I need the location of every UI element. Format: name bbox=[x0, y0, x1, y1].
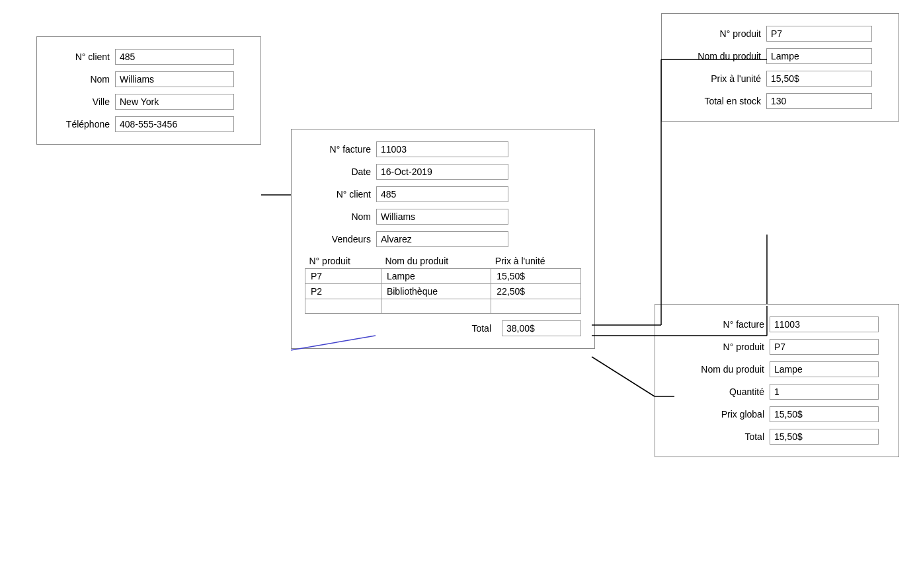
detail-nom-value[interactable]: Lampe bbox=[770, 361, 879, 377]
product-top-stock-row: Total en stock 130 bbox=[675, 93, 885, 109]
invoice-client-num-value[interactable]: 485 bbox=[376, 186, 508, 202]
line-num-2: P2 bbox=[305, 284, 381, 299]
client-form: N° client 485 Nom Williams Ville New Yor… bbox=[36, 36, 261, 145]
detail-total-row: Total 15,50$ bbox=[668, 429, 885, 445]
line-num-1: P7 bbox=[305, 269, 381, 284]
invoice-total-label: Total bbox=[471, 323, 491, 334]
invoice-numero-label: N° facture bbox=[305, 144, 371, 155]
invoice-nom-row: Nom Williams bbox=[305, 209, 581, 225]
detail-quantite-label: Quantité bbox=[668, 386, 764, 397]
product-top-stock-label: Total en stock bbox=[675, 96, 761, 106]
detail-facture-value[interactable]: 11003 bbox=[770, 316, 879, 332]
detail-total-value[interactable]: 15,50$ bbox=[770, 429, 879, 445]
svg-line-8 bbox=[592, 357, 655, 396]
line-nom-1: Lampe bbox=[381, 269, 491, 284]
detail-produit-num-label: N° produit bbox=[668, 342, 764, 352]
detail-prix-global-row: Prix global 15,50$ bbox=[668, 406, 885, 422]
invoice-vendeurs-value[interactable]: Alvarez bbox=[376, 231, 508, 247]
line-prix-empty bbox=[491, 299, 581, 314]
product-detail-form: N° facture 11003 N° produit P7 Nom du pr… bbox=[655, 304, 899, 457]
detail-produit-num-value[interactable]: P7 bbox=[770, 339, 879, 355]
invoice-total-value[interactable]: 38,00$ bbox=[502, 320, 581, 336]
line-prix-1: 15,50$ bbox=[491, 269, 581, 284]
client-telephone-label: Téléphone bbox=[50, 119, 110, 129]
line-nom-2: Bibliothèque bbox=[381, 284, 491, 299]
line-prix-2: 22,50$ bbox=[491, 284, 581, 299]
detail-facture-label: N° facture bbox=[668, 319, 764, 330]
invoice-nom-label: Nom bbox=[305, 211, 371, 222]
col-header-prix: Prix à l'unité bbox=[491, 254, 581, 269]
table-row-empty bbox=[305, 299, 581, 314]
client-numero-row: N° client 485 bbox=[50, 49, 247, 65]
detail-facture-row: N° facture 11003 bbox=[668, 316, 885, 332]
invoice-line-table: N° produit Nom du produit Prix à l'unité… bbox=[305, 254, 581, 314]
client-nom-value[interactable]: Williams bbox=[115, 71, 234, 87]
invoice-date-label: Date bbox=[305, 166, 371, 177]
col-header-num: N° produit bbox=[305, 254, 381, 269]
invoice-vendeurs-row: Vendeurs Alvarez bbox=[305, 231, 581, 247]
detail-total-label: Total bbox=[668, 431, 764, 442]
client-telephone-value[interactable]: 408-555-3456 bbox=[115, 116, 234, 132]
product-top-nom-label: Nom du produit bbox=[675, 51, 761, 61]
invoice-client-num-row: N° client 485 bbox=[305, 186, 581, 202]
client-numero-value[interactable]: 485 bbox=[115, 49, 234, 65]
product-top-numero-label: N° produit bbox=[675, 28, 761, 39]
product-top-stock-value[interactable]: 130 bbox=[766, 93, 872, 109]
client-nom-label: Nom bbox=[50, 74, 110, 85]
invoice-numero-value[interactable]: 11003 bbox=[376, 141, 508, 157]
product-top-nom-value[interactable]: Lampe bbox=[766, 48, 872, 64]
detail-quantite-row: Quantité 1 bbox=[668, 384, 885, 400]
client-ville-value[interactable]: New York bbox=[115, 94, 234, 110]
detail-nom-label: Nom du produit bbox=[668, 364, 764, 375]
detail-nom-row: Nom du produit Lampe bbox=[668, 361, 885, 377]
line-nom-empty bbox=[381, 299, 491, 314]
client-nom-row: Nom Williams bbox=[50, 71, 247, 87]
client-telephone-row: Téléphone 408-555-3456 bbox=[50, 116, 247, 132]
product-top-numero-value[interactable]: P7 bbox=[766, 26, 872, 42]
invoice-form: N° facture 11003 Date 16-Oct-2019 N° cli… bbox=[291, 129, 595, 349]
invoice-date-row: Date 16-Oct-2019 bbox=[305, 164, 581, 180]
product-top-prix-row: Prix à l'unité 15,50$ bbox=[675, 71, 885, 87]
detail-prix-global-label: Prix global bbox=[668, 409, 764, 420]
invoice-client-num-label: N° client bbox=[305, 189, 371, 200]
table-row: P2 Bibliothèque 22,50$ bbox=[305, 284, 581, 299]
product-top-prix-label: Prix à l'unité bbox=[675, 73, 761, 84]
invoice-date-value[interactable]: 16-Oct-2019 bbox=[376, 164, 508, 180]
invoice-vendeurs-label: Vendeurs bbox=[305, 234, 371, 244]
client-ville-label: Ville bbox=[50, 96, 110, 107]
col-header-nom: Nom du produit bbox=[381, 254, 491, 269]
detail-produit-num-row: N° produit P7 bbox=[668, 339, 885, 355]
detail-prix-global-value[interactable]: 15,50$ bbox=[770, 406, 879, 422]
invoice-total-row: Total 38,00$ bbox=[305, 320, 581, 336]
table-row: P7 Lampe 15,50$ bbox=[305, 269, 581, 284]
line-num-empty bbox=[305, 299, 381, 314]
product-top-nom-row: Nom du produit Lampe bbox=[675, 48, 885, 64]
product-top-form: N° produit P7 Nom du produit Lampe Prix … bbox=[661, 13, 899, 122]
invoice-nom-value[interactable]: Williams bbox=[376, 209, 508, 225]
client-ville-row: Ville New York bbox=[50, 94, 247, 110]
invoice-numero-row: N° facture 11003 bbox=[305, 141, 581, 157]
product-top-prix-value[interactable]: 15,50$ bbox=[766, 71, 872, 87]
client-numero-label: N° client bbox=[50, 52, 110, 62]
detail-quantite-value[interactable]: 1 bbox=[770, 384, 879, 400]
product-top-numero-row: N° produit P7 bbox=[675, 26, 885, 42]
